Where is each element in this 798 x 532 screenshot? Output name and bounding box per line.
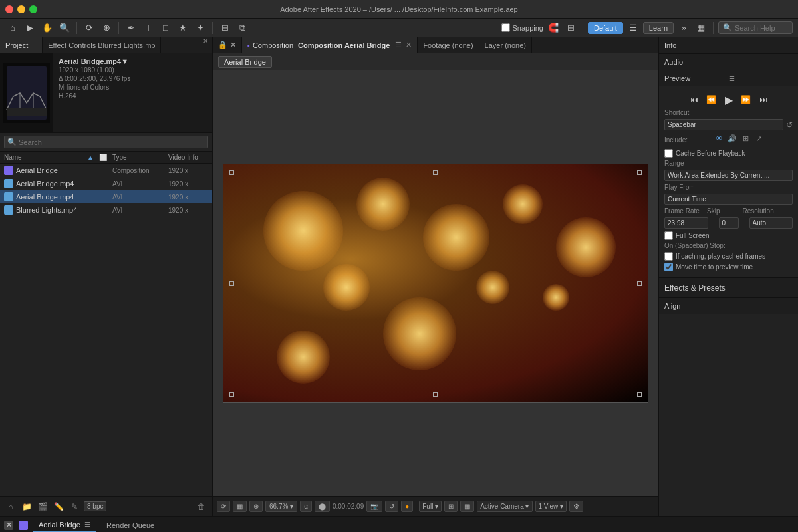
graph-icon[interactable]: ⧉ xyxy=(235,21,249,35)
skip-input[interactable] xyxy=(719,217,739,229)
puppet-tool-icon[interactable]: ✦ xyxy=(193,21,207,35)
timeline-tab-render[interactable]: Render Queue xyxy=(101,517,160,532)
workspace-button[interactable]: Default xyxy=(588,22,623,34)
frame-rate-select[interactable]: 23.98 xyxy=(664,217,708,229)
if-caching-checkbox[interactable] xyxy=(664,252,673,261)
step-back-button[interactable]: ⏪ xyxy=(705,93,718,106)
viewer-grid[interactable]: ⊞ xyxy=(444,501,458,512)
info-header[interactable]: Info xyxy=(659,37,798,53)
search-input[interactable] xyxy=(735,24,788,32)
view-count-selector[interactable]: 1 View ▾ xyxy=(535,501,567,512)
workspace-menu-icon[interactable]: ☰ xyxy=(626,21,640,35)
minimize-button[interactable] xyxy=(17,5,25,13)
align-section[interactable]: Align xyxy=(659,298,798,314)
fast-preview[interactable]: ▦ xyxy=(460,501,474,512)
hand-tool-icon[interactable]: ✋ xyxy=(40,21,55,35)
home-icon[interactable]: ⌂ xyxy=(5,21,20,35)
close-comp-icon[interactable]: ✕ xyxy=(4,521,13,530)
col-header-info[interactable]: Video Info xyxy=(168,154,208,161)
zoom-selector[interactable]: 66.7% ▾ xyxy=(265,501,297,512)
rect-tool-icon[interactable]: □ xyxy=(158,21,173,35)
camera-rotate-icon[interactable]: ⟳ xyxy=(82,21,96,35)
lock-tab-close[interactable]: ✕ xyxy=(230,41,236,49)
grid-icon[interactable]: ⊞ xyxy=(563,21,578,35)
preview-header[interactable]: Preview ☰ xyxy=(659,70,798,86)
star-tool-icon[interactable]: ★ xyxy=(176,21,190,35)
range-select[interactable]: Work Area Extended By Current ... xyxy=(664,170,793,181)
pen-tool-icon[interactable]: ✒ xyxy=(124,21,138,35)
delete-icon[interactable]: 🗑 xyxy=(195,500,208,513)
color-picker[interactable]: ⬤ xyxy=(315,501,330,512)
new-folder-icon[interactable]: 📁 xyxy=(20,500,33,513)
play-button[interactable]: ▶ xyxy=(722,93,735,106)
full-screen-checkbox[interactable] xyxy=(664,231,673,240)
new-comp-icon[interactable]: ⌂ xyxy=(4,500,17,513)
shortcut-select[interactable]: Spacebar xyxy=(664,119,783,130)
project-item-0[interactable]: Aerial Bridge Composition 1920 x xyxy=(0,164,212,177)
viewer-tab-locked[interactable]: 🔒 ✕ xyxy=(213,37,242,53)
always-preview-icon[interactable]: ⟳ xyxy=(217,501,230,512)
viewer-settings[interactable]: ⚙ xyxy=(569,501,583,512)
overlay-include-icon[interactable]: ⊞ xyxy=(740,133,751,144)
comp-tab-menu[interactable]: ☰ xyxy=(395,41,402,49)
project-item-3[interactable]: Blurred Lights.mp4 AVI 1920 x xyxy=(0,203,212,217)
video-include-icon[interactable]: 👁 xyxy=(714,133,724,144)
alpha-toggle[interactable]: α xyxy=(300,501,312,512)
camera-icon[interactable]: 📷 xyxy=(366,501,382,512)
zoom-tool-icon[interactable]: 🔍 xyxy=(57,21,72,35)
audio-header[interactable]: Audio xyxy=(659,54,798,70)
close-button[interactable] xyxy=(5,5,13,13)
reset-shortcut-icon[interactable]: ↺ xyxy=(786,120,793,130)
project-item-2[interactable]: Aerial Bridge.mp4 AVI 1920 x xyxy=(0,190,212,203)
timeline-comp-menu[interactable]: ☰ xyxy=(84,521,90,528)
panel-close-icon[interactable]: ✕ xyxy=(199,37,212,53)
project-item-1[interactable]: Aerial Bridge.mp4 AVI 1920 x xyxy=(0,177,212,190)
preview-menu-icon[interactable]: ☰ xyxy=(729,75,793,82)
resolution-select[interactable]: Auto xyxy=(749,217,793,229)
go-to-end-button[interactable]: ⏭ xyxy=(757,93,770,106)
align-icon[interactable]: ⊟ xyxy=(217,21,232,35)
search-box[interactable]: 🔍 xyxy=(718,21,793,34)
range-label-row: Range xyxy=(664,160,793,167)
panels-icon[interactable]: ▦ xyxy=(694,21,708,35)
learn-button[interactable]: Learn xyxy=(643,22,674,34)
viewer-tab-layer[interactable]: Layer (none) xyxy=(479,37,532,53)
project-search-field[interactable]: 🔍 xyxy=(4,136,208,148)
cache-before-playback-checkbox[interactable] xyxy=(664,149,673,158)
brush-icon[interactable]: ✏️ xyxy=(52,500,65,513)
effects-presets-section[interactable]: Effects & Presets xyxy=(659,278,798,298)
edit-icon[interactable]: ✎ xyxy=(68,500,81,513)
viewer-tab-footage[interactable]: Footage (none) xyxy=(418,37,479,53)
comp-tab-close[interactable]: ✕ xyxy=(406,41,412,49)
col-header-type[interactable]: Type xyxy=(112,154,166,161)
col-header-name[interactable]: Name xyxy=(4,154,84,161)
timeline-tab-comp[interactable]: Aerial Bridge ☰ xyxy=(33,517,96,532)
step-forward-button[interactable]: ⏩ xyxy=(739,93,753,106)
go-to-start-button[interactable]: ⏮ xyxy=(688,93,701,106)
footage-icon[interactable]: 🎬 xyxy=(36,500,49,513)
project-search-input[interactable] xyxy=(19,138,205,146)
color-swatch[interactable]: ● xyxy=(401,501,413,512)
select-tool-icon[interactable]: ▶ xyxy=(23,21,37,35)
panel-menu-icon[interactable]: ☰ xyxy=(31,41,37,49)
type-tool-icon[interactable]: T xyxy=(141,21,156,35)
viewer-options-icon[interactable]: ▦ xyxy=(233,501,247,512)
maximize-button[interactable] xyxy=(29,5,37,13)
magnet-icon[interactable]: 🧲 xyxy=(546,21,561,35)
tab-effect-controls[interactable]: Effect Controls Blurred Lights.mp xyxy=(43,37,161,53)
tab-project[interactable]: Project ☰ xyxy=(0,37,43,53)
snapping-checkbox[interactable] xyxy=(501,23,510,32)
comp-name-tag[interactable]: Aerial Bridge xyxy=(218,56,272,68)
safe-margins-icon[interactable]: ⊕ xyxy=(249,501,263,512)
play-from-select[interactable]: Current Time xyxy=(664,194,793,205)
expand-icon[interactable]: » xyxy=(676,21,691,35)
resolution-selector[interactable]: Full ▾ xyxy=(419,501,442,512)
move-time-checkbox[interactable] xyxy=(664,263,673,271)
refresh-icon[interactable]: ↺ xyxy=(385,501,398,512)
camera-track-icon[interactable]: ⊕ xyxy=(99,21,114,35)
effects-presets-label: Effects & Presets xyxy=(664,283,793,293)
camera-selector[interactable]: Active Camera ▾ xyxy=(477,501,532,512)
export-include-icon[interactable]: ↗ xyxy=(753,133,764,144)
viewer-tab-comp[interactable]: ▪ Composition Composition Aerial Bridge … xyxy=(242,37,418,53)
audio-include-icon[interactable]: 🔊 xyxy=(727,133,737,144)
